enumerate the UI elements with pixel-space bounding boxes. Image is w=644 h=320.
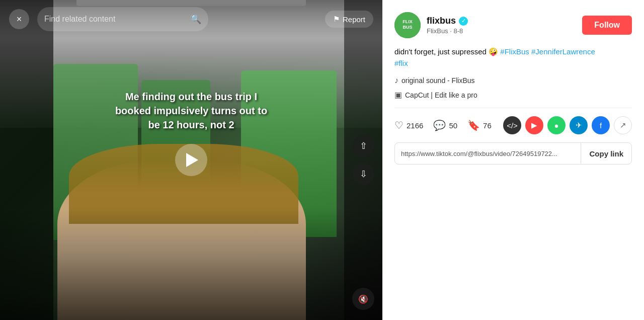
avatar: FLIX BUS — [394, 12, 421, 38]
bookmarks-count: 76 — [483, 121, 492, 130]
telegram-icon: ✈ — [576, 121, 582, 130]
facebook-icon: f — [600, 121, 602, 130]
nav-up-button[interactable]: ⇧ — [352, 135, 374, 157]
capcut-meta-row: ▣ CapCut | Edit like a pro — [394, 90, 632, 100]
svg-text:FLIX: FLIX — [403, 19, 413, 24]
close-icon: × — [17, 14, 22, 25]
divider — [394, 108, 632, 108]
username: flixbus — [427, 16, 456, 26]
right-panel: FLIX BUS flixbus ✓ FlixBus · 8-8 Follow … — [382, 0, 644, 320]
hashtag-flixbus[interactable]: #FlixBus — [500, 47, 529, 56]
profile-info: flixbus ✓ FlixBus · 8-8 — [427, 16, 582, 35]
search-input[interactable] — [44, 15, 190, 24]
follow-button[interactable]: Follow — [582, 16, 632, 35]
sound-meta-row: ♪ original sound - FlixBus — [394, 76, 632, 85]
verified-icon: ✓ — [459, 17, 468, 26]
profile-header: FLIX BUS flixbus ✓ FlixBus · 8-8 Follow — [394, 12, 632, 38]
caption: didn't forget, just supressed 🤪 #FlixBus… — [394, 46, 632, 69]
share-code-button[interactable]: </> — [503, 116, 521, 134]
video-overlay-text: Me finding out the bus trip I booked imp… — [111, 90, 272, 132]
bookmark-icon: 🔖 — [467, 119, 480, 131]
share-more-button[interactable]: ↗ — [614, 116, 632, 134]
handle-date: FlixBus · 8-8 — [427, 27, 582, 35]
heart-icon: ♡ — [394, 119, 404, 131]
whatsapp-icon: ● — [554, 121, 558, 130]
play-button[interactable] — [175, 144, 207, 176]
share-telegram-button[interactable]: ✈ — [570, 116, 588, 134]
chevron-down-icon: ⇩ — [360, 169, 367, 180]
report-icon: ⚑ — [333, 15, 340, 24]
share-facebook-button[interactable]: f — [592, 116, 610, 134]
comment-icon: 💬 — [433, 119, 446, 131]
chevron-up-icon: ⇧ — [360, 140, 367, 151]
username-row: flixbus ✓ — [427, 16, 582, 26]
likes-count: 2166 — [407, 121, 423, 130]
tiktok-icon: ▶ — [531, 121, 537, 130]
hashtag-jenniferlaw[interactable]: #JenniferLawrence — [531, 47, 595, 56]
stats-share-row: ♡ 2166 💬 50 🔖 76 </> ▶ ● ✈ f — [394, 116, 632, 134]
search-bar[interactable]: 🔍 — [37, 7, 208, 31]
nav-arrows: ⇧ ⇩ — [352, 135, 374, 185]
comments-stat: 💬 50 — [433, 119, 457, 131]
comments-count: 50 — [449, 121, 457, 130]
search-icon: 🔍 — [190, 14, 201, 25]
video-area: Me finding out the bus trip I booked imp… — [0, 0, 382, 320]
music-icon: ♪ — [394, 76, 398, 85]
volume-button[interactable]: 🔇 — [352, 288, 374, 310]
caption-text: didn't forget, just supressed 🤪 — [394, 47, 498, 56]
play-icon — [186, 153, 198, 167]
copy-link-button[interactable]: Copy link — [581, 143, 631, 164]
likes-stat: ♡ 2166 — [394, 119, 423, 131]
report-button[interactable]: ⚑ Report — [325, 11, 373, 28]
left-panel: Me finding out the bus trip I booked imp… — [0, 0, 382, 320]
code-icon: </> — [507, 121, 518, 130]
svg-text:BUS: BUS — [403, 25, 412, 30]
nav-down-button[interactable]: ⇩ — [352, 163, 374, 185]
checkmark-icon: ✓ — [461, 18, 466, 24]
link-url: https://www.tiktok.com/@flixbus/video/72… — [395, 150, 581, 157]
report-label: Report — [343, 15, 365, 24]
mute-icon: 🔇 — [358, 294, 368, 304]
capcut-icon: ▣ — [394, 90, 402, 100]
sound-label: original sound - FlixBus — [401, 76, 475, 85]
capcut-label: CapCut | Edit like a pro — [405, 91, 477, 99]
share-icons: </> ▶ ● ✈ f ↗ — [503, 116, 632, 134]
share-whatsapp-button[interactable]: ● — [547, 116, 566, 134]
top-bar: × 🔍 ⚑ Report — [0, 0, 382, 38]
bookmarks-stat: 🔖 76 — [467, 119, 492, 131]
share-tiktok-button[interactable]: ▶ — [525, 116, 543, 134]
hashtag-flix[interactable]: #flix — [394, 59, 408, 67]
close-button[interactable]: × — [9, 9, 29, 29]
share-more-icon: ↗ — [620, 121, 626, 130]
link-copy-row: https://www.tiktok.com/@flixbus/video/72… — [394, 142, 632, 165]
